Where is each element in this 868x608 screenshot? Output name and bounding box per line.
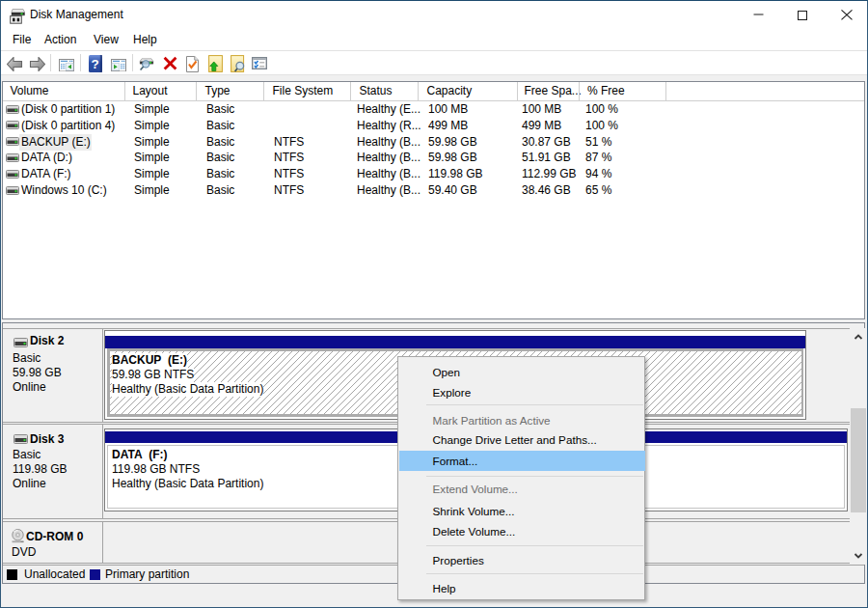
svg-text:?: ? — [91, 57, 98, 71]
